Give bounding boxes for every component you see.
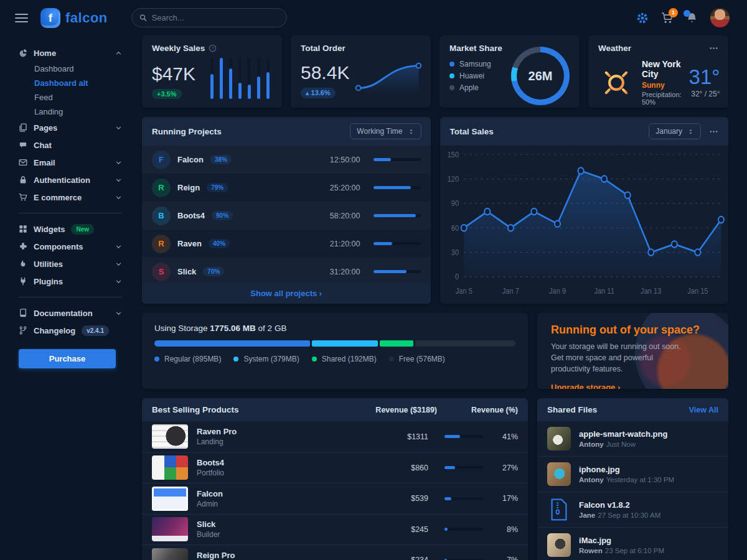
month-select[interactable]: January	[649, 124, 700, 139]
product-name-link[interactable]: Raven Pro	[197, 427, 237, 436]
product-info: Boots4Portfolio	[197, 458, 385, 477]
sidebar-item-home[interactable]: Home	[19, 44, 122, 62]
help-icon[interactable]: ?	[209, 44, 217, 52]
sidebar-item-widgets[interactable]: WidgetsNew	[19, 220, 122, 238]
weekly-sales-badge: +3.5%	[152, 89, 182, 99]
project-name-link[interactable]: Slick	[177, 267, 196, 276]
sidebar-item-feed[interactable]: Feed	[19, 90, 122, 105]
file-meta: AntonyYesterday at 1:30 PM	[579, 476, 674, 483]
product-name-link[interactable]: Falcon	[197, 489, 223, 498]
chevron-down-icon	[115, 177, 122, 184]
product-name-link[interactable]: Slick	[197, 520, 215, 529]
sidebar-item-pages[interactable]: Pages	[19, 119, 122, 136]
market-share-legend: SamsungHuaweiApple	[449, 57, 491, 105]
file-name-link[interactable]: Falcon v1.8.2	[579, 500, 630, 510]
sort-icon	[408, 128, 415, 135]
file-name-link[interactable]: apple-smart-watch.png	[579, 429, 667, 439]
legend-label: Apple	[459, 83, 479, 92]
weekly-sales-bar-chart	[210, 58, 270, 99]
sidebar-item-label: Widgets	[34, 225, 65, 234]
sidebar-item-label: Home	[34, 49, 56, 58]
sidebar-badge: v2.4.1	[82, 325, 109, 336]
project-row: RRaven40%21:20:00	[142, 230, 431, 258]
chevron-up-icon	[115, 50, 122, 57]
weather-condition: Sunny	[642, 81, 682, 90]
file-author: Rowen	[579, 547, 603, 554]
best-selling-title: Best Selling Products	[152, 405, 319, 414]
project-avatar: B	[152, 207, 171, 225]
sort-icon	[687, 128, 694, 135]
sidebar-item-landing[interactable]: Landing	[19, 105, 122, 119]
file-time: 27 Sep at 10:30 AM	[598, 511, 660, 519]
sidebar-item-plugins[interactable]: Plugins	[19, 273, 122, 290]
settings-button[interactable]	[636, 12, 649, 24]
menu-toggle-button[interactable]	[15, 11, 28, 25]
falcon-logo[interactable]: f falcon	[40, 8, 108, 28]
project-name-link[interactable]: Raven	[177, 239, 202, 248]
purchase-button[interactable]: Purchase	[19, 349, 116, 368]
project-progress-bar	[374, 242, 421, 245]
sidebar-item-dashboard[interactable]: Dashboard	[19, 62, 122, 76]
project-time: 31:20:00	[330, 268, 360, 276]
show-all-projects-link[interactable]: Show all projects ›	[250, 289, 322, 298]
sidebar-item-email[interactable]: Email	[19, 154, 122, 171]
product-category: Landing	[197, 437, 385, 446]
upgrade-title: Running out of your space?	[551, 324, 715, 337]
upgrade-storage-link[interactable]: Upgrade storage ›	[551, 383, 620, 389]
search-input[interactable]	[152, 13, 279, 22]
search-box[interactable]	[131, 8, 287, 27]
project-name-link[interactable]: Boots4	[177, 211, 205, 220]
product-name-link[interactable]: Boots4	[197, 458, 224, 467]
shared-files-title: Shared Files	[547, 405, 680, 414]
total-sales-menu-button[interactable]	[709, 127, 718, 136]
total-sales-line-chart: 0306090120150Jan 5Jan 7Jan 9Jan 11Jan 13…	[443, 143, 726, 302]
sidebar-item-changelog[interactable]: Changelogv2.4.1	[19, 322, 122, 339]
sidebar-item-label: Email	[34, 158, 55, 167]
project-name-link[interactable]: Reign	[177, 183, 200, 192]
sidebar-item-documentation[interactable]: Documentation	[19, 304, 122, 322]
weekly-sales-bar-fill	[220, 58, 223, 99]
product-row: FalconAdmin$53917%	[142, 483, 528, 514]
running-projects-card: Running Projects Working Time FFalcon38%…	[142, 117, 431, 304]
sidebar-item-authentication[interactable]: Authentication	[19, 171, 122, 189]
cart-button[interactable]: 1	[661, 12, 674, 24]
user-avatar[interactable]	[710, 8, 730, 27]
product-revenue: $539	[393, 494, 428, 503]
working-time-select[interactable]: Working Time	[350, 124, 420, 139]
product-info: Reign ProAgency	[197, 551, 385, 560]
legend-dot	[233, 357, 238, 362]
product-revenue: $234	[393, 556, 428, 560]
project-avatar: F	[152, 151, 171, 169]
total-order-value: 58.4K	[301, 62, 349, 83]
sidebar-item-dashboard-alt[interactable]: Dashboard alt	[19, 76, 122, 90]
product-name-link[interactable]: Reign Pro	[197, 551, 235, 560]
weather-menu-button[interactable]	[709, 44, 718, 53]
file-meta: Rowen23 Sep at 6:10 PM	[579, 547, 664, 554]
weekly-sales-card: Weekly Sales ? $47K +3.5%	[142, 35, 282, 108]
product-revenue: $1311	[393, 432, 428, 441]
file-name-link[interactable]: iphone.jpg	[579, 465, 620, 474]
project-name-link[interactable]: Falcon	[177, 155, 204, 164]
sidebar-item-e-commerce[interactable]: E commerce	[19, 189, 122, 206]
legend-label: Samsung	[459, 60, 491, 68]
weekly-sales-bar-fill	[257, 77, 260, 99]
file-name-link[interactable]: iMac.jpg	[579, 536, 611, 545]
legend-dot	[389, 357, 394, 362]
project-progress-fill	[374, 270, 406, 273]
file-author: Antony	[579, 476, 604, 483]
view-all-link[interactable]: View All	[689, 406, 718, 414]
sidebar-item-components[interactable]: Components	[19, 238, 122, 255]
sidebar-divider	[19, 213, 122, 213]
legend-dot	[154, 357, 159, 362]
product-thumbnail	[152, 487, 188, 511]
sidebar-item-chat[interactable]: Chat	[19, 136, 122, 154]
sidebar-item-utilities[interactable]: Utilities	[19, 255, 122, 273]
product-row: Raven ProLanding$131141%	[142, 421, 528, 452]
best-selling-products-card: Best Selling Products Revenue ($3189) Re…	[142, 398, 528, 560]
falcon-logo-text: falcon	[65, 10, 108, 26]
weather-precipitation: Precipitation: 50%	[642, 91, 682, 106]
notifications-button[interactable]	[686, 12, 698, 24]
file-thumbnail	[547, 533, 571, 557]
weekly-sales-title: Weekly Sales	[152, 44, 205, 53]
file-thumbnail	[547, 462, 571, 486]
